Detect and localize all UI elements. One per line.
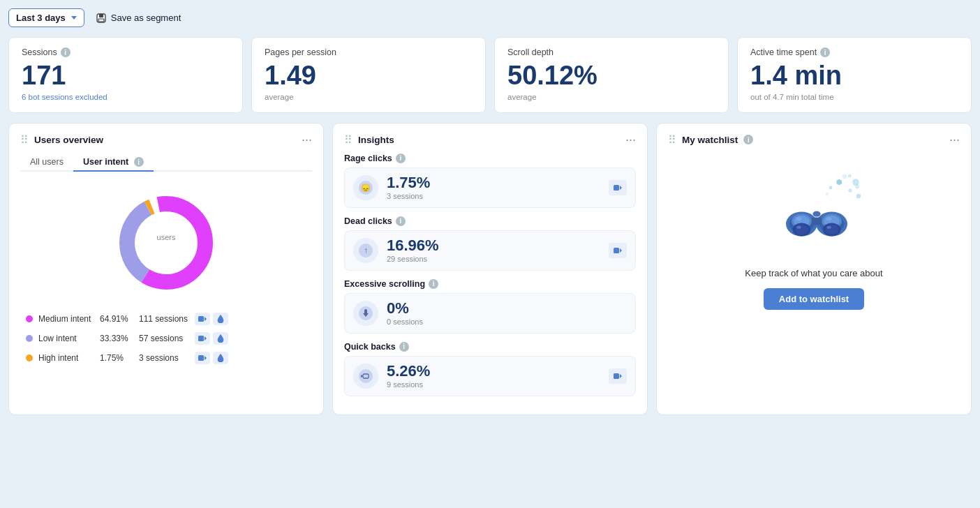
medium-intent-label: Medium intent [38, 314, 94, 324]
watchlist-panel: ⠿ My watchlist i ··· ❄ ❄ ❄ ❄ [656, 123, 972, 415]
svg-point-31 [848, 188, 852, 193]
active-time-info-icon[interactable]: i [820, 47, 830, 57]
sessions-info-icon[interactable]: i [61, 47, 70, 57]
svg-point-49 [812, 211, 820, 216]
svg-point-54 [795, 225, 808, 234]
dead-clicks-icon-wrap: ↑ [353, 238, 378, 263]
medium-intent-pct: 64.91% [100, 314, 133, 324]
high-intent-actions [195, 352, 228, 364]
users-tabs: All users User intent i [20, 154, 312, 172]
dead-clicks-info-icon[interactable]: i [396, 216, 406, 226]
svg-point-57 [826, 226, 831, 229]
watchlist-empty-text: Keep track of what you care about [745, 268, 882, 278]
watchlist-panel-more-icon[interactable]: ··· [949, 133, 960, 146]
dead-clicks-card: ↑ 16.96% 29 sessions [344, 230, 636, 271]
date-range-dropdown[interactable]: Last 3 days [8, 8, 84, 27]
pages-per-session-sub: average [265, 93, 473, 101]
svg-marker-29 [620, 374, 622, 378]
svg-text:↑: ↑ [364, 246, 368, 255]
dead-clicks-record-btn[interactable] [609, 243, 627, 258]
save-segment-button[interactable]: Save as segment [96, 13, 181, 24]
pages-per-session-value: 1.49 [265, 61, 473, 91]
insights-drag-icon[interactable]: ⠿ [344, 133, 352, 147]
chevron-down-icon [71, 16, 77, 20]
scroll-depth-label: Scroll depth [507, 47, 715, 57]
user-intent-info-icon[interactable]: i [134, 157, 144, 167]
rage-clicks-title: Rage clicks i [344, 154, 636, 163]
rage-clicks-info-icon[interactable]: i [396, 154, 406, 163]
tab-all-users[interactable]: All users [20, 154, 73, 172]
users-panel-title: Users overview [34, 135, 103, 145]
svg-text:users: users [157, 233, 176, 241]
dead-clicks-section: Dead clicks i ↑ 16.96% 29 sessions [344, 216, 636, 271]
sessions-label: Sessions i [22, 47, 230, 57]
svg-point-32 [842, 174, 847, 179]
svg-rect-1 [99, 14, 103, 17]
active-time-label: Active time spent i [750, 47, 958, 57]
svg-point-55 [825, 225, 838, 234]
high-intent-dot [26, 354, 33, 361]
quick-backs-icon [358, 368, 373, 384]
users-panel-more-icon[interactable]: ··· [302, 133, 312, 146]
scroll-depth-card: Scroll depth 50.12% average [494, 37, 729, 113]
watchlist-drag-icon[interactable]: ⠿ [668, 133, 676, 147]
insights-panel-more-icon[interactable]: ··· [625, 133, 636, 146]
metrics-row: Sessions i 171 6 bot sessions excluded P… [8, 37, 972, 113]
pages-per-session-card: Pages per session 1.49 average [251, 37, 486, 113]
svg-point-56 [796, 226, 801, 229]
record-icon [614, 247, 622, 254]
medium-intent-record-btn[interactable] [195, 313, 210, 325]
add-to-watchlist-button[interactable]: Add to watchlist [764, 288, 864, 310]
svg-text:❄: ❄ [847, 173, 852, 179]
svg-marker-21 [620, 248, 622, 253]
tab-user-intent[interactable]: User intent i [73, 154, 154, 172]
quick-backs-record-btn[interactable] [609, 368, 627, 384]
low-intent-dot [26, 335, 33, 342]
low-intent-record-btn[interactable] [195, 332, 210, 345]
svg-marker-17 [620, 186, 622, 190]
medium-intent-dot [26, 315, 33, 322]
rage-clicks-value: 1.75% [387, 175, 430, 190]
svg-rect-20 [614, 248, 619, 253]
watchlist-info-icon[interactable]: i [743, 135, 753, 144]
quick-backs-value: 5.26% [387, 364, 430, 379]
excessive-scrolling-icon-wrap [353, 301, 378, 326]
legend-item-high: High intent 1.75% 3 sessions [26, 352, 306, 364]
quick-backs-info-icon[interactable]: i [399, 342, 409, 352]
excessive-scrolling-value: 0% [387, 301, 423, 316]
record-icon [614, 184, 622, 191]
drag-handle-icon[interactable]: ⠿ [20, 133, 29, 147]
excessive-scrolling-title: Excessive scrolling i [344, 279, 636, 289]
sessions-card: Sessions i 171 6 bot sessions excluded [8, 37, 243, 113]
donut-chart-container: users [20, 180, 312, 313]
save-segment-label: Save as segment [111, 13, 181, 23]
insights-panel-header: ⠿ Insights ··· [344, 133, 636, 147]
excessive-scrolling-info-icon[interactable]: i [429, 279, 438, 289]
sessions-value: 171 [22, 61, 230, 91]
svg-text:❄: ❄ [854, 183, 860, 190]
legend-item-low: Low intent 33.33% 57 sessions [26, 332, 306, 345]
rage-clicks-card: 😞 1.75% 3 sessions [344, 167, 636, 208]
medium-intent-drop-btn[interactable] [213, 313, 228, 325]
medium-intent-sessions: 111 sessions [139, 314, 189, 324]
high-intent-label: High intent [38, 353, 94, 363]
rage-clicks-record-btn[interactable] [609, 180, 627, 195]
svg-point-34 [829, 186, 833, 189]
low-intent-sessions: 57 sessions [139, 334, 189, 343]
excessive-scrolling-section: Excessive scrolling i 0% 0 sessions [344, 279, 636, 334]
high-intent-pct: 1.75% [100, 353, 133, 363]
svg-rect-48 [812, 217, 822, 225]
svg-text:❄: ❄ [836, 178, 842, 186]
high-intent-record-btn[interactable] [195, 352, 210, 364]
record-icon [198, 354, 207, 361]
active-time-sub: out of 4.7 min total time [750, 93, 958, 101]
users-panel-header: ⠿ Users overview ··· [20, 133, 312, 147]
dead-clicks-icon: ↑ [358, 243, 373, 258]
svg-rect-28 [614, 373, 619, 379]
medium-intent-actions [195, 313, 228, 325]
high-intent-drop-btn[interactable] [213, 352, 228, 364]
low-intent-drop-btn[interactable] [213, 332, 228, 345]
save-icon [96, 13, 107, 24]
dead-clicks-data: 16.96% 29 sessions [387, 238, 439, 263]
record-icon [614, 373, 622, 380]
